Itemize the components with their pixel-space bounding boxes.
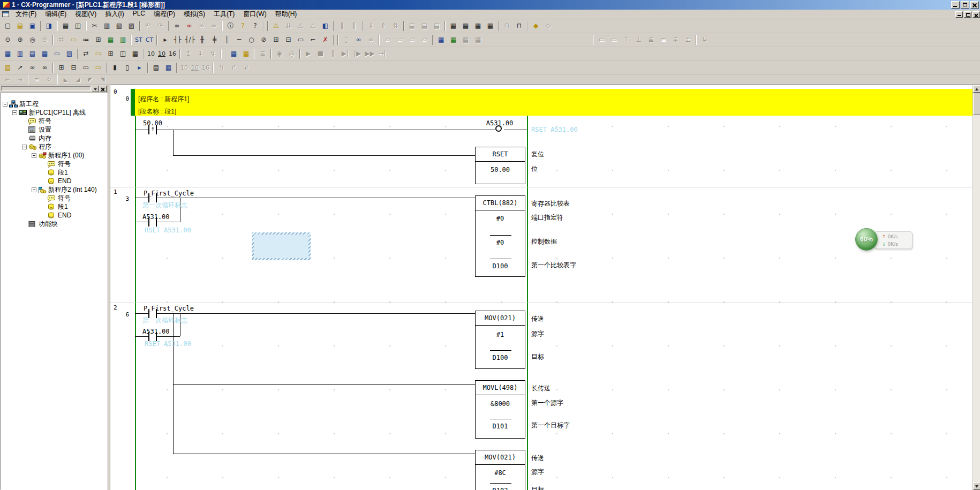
context-help-button[interactable]: ? <box>249 20 261 32</box>
show-memory-button[interactable]: ▨ <box>63 48 76 59</box>
save-button[interactable]: ▣ <box>26 20 39 32</box>
menu-program[interactable]: 编程(P) <box>149 9 179 19</box>
instruction-box-ctbl[interactable]: CTBL(882) #0 #0 D100 <box>475 195 525 277</box>
memory-card-window-button[interactable]: ▦ <box>472 20 484 32</box>
new-reset-coil-tool[interactable]: ⊟ <box>282 34 295 46</box>
collapse-icon[interactable] <box>32 153 36 158</box>
tree-node-program2[interactable]: 新程序2 (Int 140) <box>1 185 107 194</box>
menu-tools[interactable]: 工具(T) <box>209 9 239 19</box>
speed-ball[interactable]: 60% <box>855 228 878 251</box>
instruction-box-mov2[interactable]: MOV(021) #8C D102 <box>475 450 525 490</box>
find-address2-button[interactable]: ∞ <box>39 62 51 73</box>
help-button[interactable]: ? <box>237 20 249 32</box>
work-online-simulator-button[interactable]: ▦ <box>228 48 240 59</box>
replace-button[interactable]: ∞ <box>183 20 195 32</box>
edit-comment-button[interactable]: ↗ <box>14 62 26 73</box>
mnemonic-view-button[interactable]: ST <box>133 34 144 46</box>
new-set-coil-tool[interactable]: ⊞ <box>270 34 282 46</box>
show-symbol-table-button[interactable]: ▤ <box>26 48 39 59</box>
zoom-fit-button[interactable]: ◎ <box>26 34 39 46</box>
about-button[interactable]: ⓘ <box>224 20 237 32</box>
hex-display-button[interactable]: 16 <box>167 48 178 59</box>
collapse-icon[interactable] <box>3 102 7 107</box>
show-mnemonic-window-button[interactable]: ▥ <box>14 48 26 59</box>
compile-button[interactable]: ⚠ <box>270 20 282 32</box>
new-closed-contact-tool[interactable]: ┤/├ <box>184 34 196 46</box>
io-table-window-button[interactable]: ▦ <box>447 20 459 32</box>
time-chart-button[interactable]: ⊓ <box>513 20 525 32</box>
instruction-box-rset[interactable]: RSET 50.00 <box>475 147 525 184</box>
child-minimize-button[interactable] <box>955 11 963 18</box>
collapse-icon[interactable] <box>22 145 27 149</box>
select-tool[interactable]: ▸ <box>159 34 171 46</box>
insert-instruction-button[interactable]: ▭ <box>80 62 92 73</box>
find-in-program-button[interactable]: ∞ <box>352 34 365 46</box>
ladder-ct-view-button[interactable]: CT <box>144 34 155 46</box>
menu-view[interactable]: 视图(V) <box>71 9 101 19</box>
plc-clock-window-button[interactable]: ▦ <box>484 20 496 32</box>
open-section-button[interactable]: ▤ <box>2 62 14 73</box>
scroll-down-button[interactable] <box>973 483 980 490</box>
menu-file[interactable]: 文件(F) <box>11 9 41 19</box>
lock-ui-button[interactable]: ◆ <box>530 20 542 32</box>
new-contact-tool[interactable]: ┤├ <box>171 34 184 46</box>
workspace-menu-button[interactable] <box>92 86 99 92</box>
tree-node-memory[interactable]: 内存 <box>1 134 107 142</box>
signed-decimal-display-button[interactable]: 10 <box>156 48 167 59</box>
collapse-icon[interactable] <box>32 187 36 192</box>
tree-node-programs[interactable]: 程序 <box>1 142 107 151</box>
edit-instruction-button[interactable]: ▭ <box>92 62 104 73</box>
tree-node-settings[interactable]: 设置 <box>1 125 107 134</box>
bookmark-button[interactable]: ▮ <box>109 62 121 73</box>
close-button[interactable] <box>970 1 979 9</box>
work-online-button[interactable]: ◧ <box>319 20 331 32</box>
menu-insert[interactable]: 插入(I) <box>101 9 128 19</box>
next-bookmark-button[interactable]: ▯ <box>121 62 133 73</box>
find-button[interactable]: ∞ <box>171 20 183 32</box>
tree-node-plc[interactable]: 新PLC1[CP1L] 离线 <box>1 108 107 117</box>
new-instruction-tool[interactable]: ▭ <box>295 34 307 46</box>
ladder-canvas[interactable]: [程序名 : 新程序1] [段名称 : 段1] <box>131 85 973 490</box>
menu-edit[interactable]: 编辑(E) <box>41 9 71 19</box>
scrollbar-thumb[interactable] <box>973 93 980 115</box>
menu-simulation[interactable]: 模拟(S) <box>179 9 209 19</box>
child-window-icon[interactable] <box>2 11 9 17</box>
show-watch-window-button[interactable]: ▦ <box>435 34 447 46</box>
print-preview-button[interactable]: ◫ <box>72 20 84 32</box>
scroll-up-button[interactable] <box>973 85 980 93</box>
delete-rung-button[interactable]: ⊟ <box>67 62 80 73</box>
show-settings-button[interactable]: ▭ <box>51 48 63 59</box>
vertical-scrollbar[interactable] <box>973 85 980 490</box>
maximize-button[interactable] <box>961 1 969 9</box>
tree-node-symbols[interactable]: 符号 <box>1 117 107 125</box>
address-table-button[interactable]: ▦ <box>162 62 175 73</box>
tree-node-program2-section1[interactable]: 段1 <box>1 202 107 211</box>
menu-window[interactable]: 窗口(W) <box>239 9 270 19</box>
tree-node-program2-end[interactable]: END <box>1 211 107 220</box>
new-coil-tool[interactable]: ○ <box>245 34 258 46</box>
copy-button[interactable]: ▥ <box>101 20 113 32</box>
instruction-box-movl[interactable]: MOVL(498) &8000 D101 <box>475 380 525 439</box>
show-symbol-bar-button[interactable]: ▦ <box>104 34 117 46</box>
tree-node-program1-end[interactable]: END <box>1 177 107 185</box>
tree-node-program2-symbols[interactable]: 符号 <box>1 194 107 202</box>
new-or-contact-tool[interactable]: ╫ <box>196 34 208 46</box>
new-button[interactable]: ▢ <box>2 20 14 32</box>
diff-report-button[interactable]: ◫ <box>117 48 129 59</box>
monitor-in-ladder-button[interactable]: ⊞ <box>92 34 104 46</box>
toggle-grid-button[interactable]: ∷ <box>55 34 67 46</box>
decimal-display-button[interactable]: 10 <box>146 48 156 59</box>
tree-node-program1-section1[interactable]: 段1 <box>1 168 107 177</box>
instruction-box-mov1[interactable]: MOV(021) #1 D100 <box>475 311 525 369</box>
menu-plc[interactable]: PLC <box>129 9 149 19</box>
child-close-button[interactable] <box>973 11 980 18</box>
tree-node-function-blocks[interactable]: 功能块 <box>1 220 107 228</box>
show-output-window-button[interactable]: ▦ <box>447 34 459 46</box>
show-rung-annotation-button[interactable]: ≔ <box>80 34 92 46</box>
goto-bookmark-button[interactable]: ▸ <box>133 62 146 73</box>
paste-special-button[interactable]: ▨ <box>125 20 138 32</box>
show-io-table-button[interactable]: ▦ <box>39 48 51 59</box>
new-closed-or-contact-tool[interactable]: ╪ <box>208 34 221 46</box>
find-symbol-button[interactable]: ∞ <box>26 62 39 73</box>
horizontal-line-tool[interactable]: ─ <box>233 34 245 46</box>
